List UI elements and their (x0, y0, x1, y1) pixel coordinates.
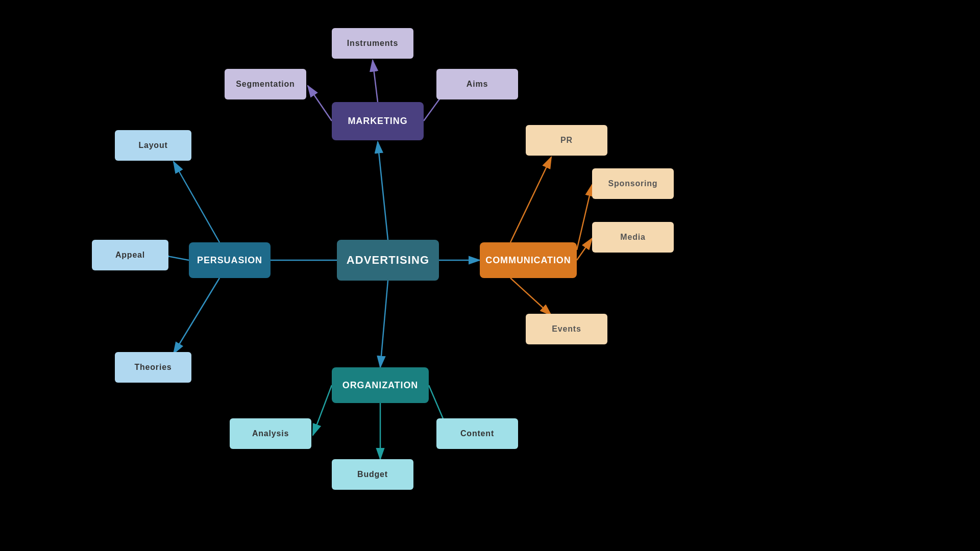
svg-line-19 (577, 238, 592, 260)
svg-line-21 (313, 385, 332, 435)
mind-map-canvas: ADVERTISING MARKETING PERSUASION COMMUNI… (0, 0, 980, 551)
analysis-node[interactable]: Analysis (230, 418, 311, 449)
svg-line-12 (308, 86, 332, 121)
advertising-label: ADVERTISING (347, 254, 429, 267)
events-node[interactable]: Events (526, 314, 607, 344)
persuasion-node[interactable]: PERSUASION (189, 242, 271, 278)
content-node[interactable]: Content (436, 418, 518, 449)
layout-label: Layout (138, 141, 167, 150)
budget-label: Budget (357, 470, 388, 479)
budget-node[interactable]: Budget (332, 459, 413, 490)
segmentation-node[interactable]: Segmentation (225, 69, 306, 99)
persuasion-label: PERSUASION (197, 255, 262, 266)
appeal-label: Appeal (115, 251, 145, 260)
svg-line-10 (380, 281, 388, 367)
svg-line-20 (510, 278, 551, 315)
instruments-label: Instruments (347, 39, 398, 48)
svg-line-16 (174, 278, 219, 354)
segmentation-label: Segmentation (236, 80, 295, 89)
svg-line-11 (373, 60, 378, 102)
svg-line-17 (510, 157, 551, 242)
events-label: Events (552, 324, 581, 334)
organization-label: ORGANIZATION (342, 380, 418, 391)
theories-label: Theories (134, 363, 172, 372)
communication-label: COMMUNICATION (485, 255, 571, 266)
sponsoring-node[interactable]: Sponsoring (592, 168, 674, 199)
aims-node[interactable]: Aims (436, 69, 518, 99)
svg-line-18 (577, 185, 592, 250)
marketing-label: MARKETING (348, 116, 407, 127)
pr-label: PR (560, 136, 573, 145)
communication-node[interactable]: COMMUNICATION (480, 242, 577, 278)
layout-node[interactable]: Layout (115, 130, 191, 161)
media-label: Media (620, 233, 645, 242)
pr-node[interactable]: PR (526, 125, 607, 156)
advertising-node[interactable]: ADVERTISING (337, 240, 439, 281)
content-label: Content (460, 429, 494, 438)
instruments-node[interactable]: Instruments (332, 28, 413, 59)
theories-node[interactable]: Theories (115, 352, 191, 383)
appeal-node[interactable]: Appeal (92, 240, 168, 270)
svg-line-7 (378, 142, 388, 240)
marketing-node[interactable]: MARKETING (332, 102, 424, 140)
svg-line-15 (170, 257, 189, 260)
sponsoring-label: Sponsoring (608, 179, 658, 188)
media-node[interactable]: Media (592, 222, 674, 253)
aims-label: Aims (467, 80, 488, 89)
analysis-label: Analysis (252, 429, 289, 438)
svg-line-14 (174, 162, 219, 242)
organization-node[interactable]: ORGANIZATION (332, 367, 429, 403)
